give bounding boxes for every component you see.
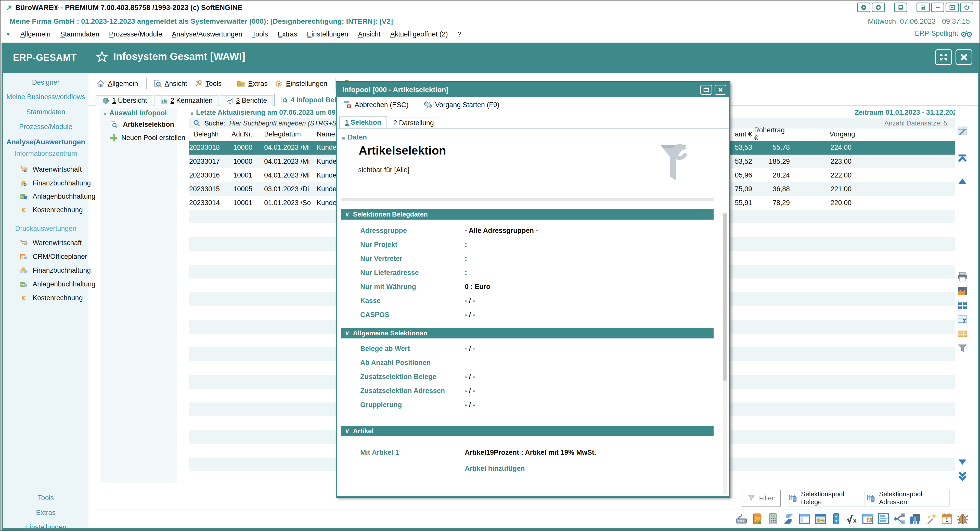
sidebar-item-einstellungen[interactable]: Einstellungen xyxy=(3,523,89,531)
menu-help[interactable]: ? xyxy=(458,30,461,38)
sidebar-item-anlagenbuchhaltung[interactable]: % Anlagenbuchhaltung xyxy=(19,192,95,201)
favorite-star-icon[interactable] xyxy=(95,50,108,64)
sidebar-item-kostenrechnung[interactable]: € Kostenrechnung xyxy=(19,206,83,214)
detail-table-icon[interactable] xyxy=(956,328,968,340)
list-window-icon[interactable] xyxy=(877,512,890,525)
sum-table-icon[interactable]: Σ xyxy=(956,314,968,325)
sidebar-item-designer[interactable]: Designer xyxy=(3,78,89,86)
dialog-tab-darstellung[interactable]: 2 Darstellung xyxy=(388,118,439,128)
sidebar-item-finanzbuchhaltung[interactable]: Finanzbuchhaltung xyxy=(19,179,91,187)
field-value[interactable]: - / - xyxy=(465,345,475,353)
field-value[interactable]: - / - xyxy=(465,373,475,381)
menu-ansicht[interactable]: Ansicht xyxy=(358,30,381,38)
dialog-close-button[interactable] xyxy=(714,85,726,95)
dialog-scrollbar[interactable] xyxy=(723,212,727,494)
toolbar-allgemein[interactable]: Allgemein xyxy=(96,79,138,88)
field-value[interactable]: : xyxy=(465,241,467,249)
sidebar-item-extras[interactable]: Extras xyxy=(3,509,89,517)
col-belegnr[interactable]: BelegNr. xyxy=(189,130,222,138)
sidebar-item-druck-kostenrechnung[interactable]: € Kostenrechnung xyxy=(19,293,83,302)
field-value[interactable]: - / - xyxy=(465,401,475,409)
run-button[interactable] xyxy=(857,3,870,12)
field-value[interactable]: : xyxy=(465,255,467,263)
tab-uebersicht[interactable]: 1 Übersicht xyxy=(96,96,153,105)
window-key-icon[interactable] xyxy=(814,512,827,525)
sidebar-item-crm-officeplaner[interactable]: 5 CRM/Officeplaner xyxy=(19,252,87,261)
magic-wand-icon[interactable] xyxy=(924,512,938,525)
shutdown-button[interactable] xyxy=(960,3,974,12)
tree-item-neuen-pool[interactable]: Neuen Pool erstellen xyxy=(110,134,185,142)
calendar-day-icon[interactable]: 1 xyxy=(940,512,953,525)
toolbar-einstellungen[interactable]: Einstellungen xyxy=(274,79,327,88)
erp-spotlight[interactable]: ERP-Spotlight xyxy=(915,30,972,37)
maximize-button[interactable] xyxy=(946,3,959,12)
dialog-restore-button[interactable] xyxy=(700,85,712,95)
tree-item-artikelselektion[interactable]: Artikelselektion xyxy=(110,120,177,129)
scroll-down-icon[interactable] xyxy=(956,456,968,468)
phone-sync-icon[interactable] xyxy=(830,512,843,525)
close-button[interactable] xyxy=(956,49,972,65)
lock-button[interactable] xyxy=(916,3,930,12)
tile-view-icon[interactable] xyxy=(956,300,968,311)
formula-icon[interactable]: x xyxy=(845,512,859,525)
fullscreen-button[interactable] xyxy=(935,49,952,65)
sidebar-item-druck-warenwirtschaft[interactable]: Warenwirtschaft xyxy=(19,238,82,247)
selektionspool-adressen-button[interactable]: Selektionspool Adressen xyxy=(866,490,950,507)
address-book-icon[interactable]: @ xyxy=(751,512,764,525)
search-placeholder[interactable]: Hier Suchbegriff eingeben (STRG+S) xyxy=(229,120,339,127)
menu-caret-icon[interactable]: ▼ xyxy=(6,31,11,37)
selektionspool-belege-button[interactable]: Selektionspool Belege xyxy=(788,490,865,507)
minimize-button[interactable] xyxy=(931,3,944,12)
scroll-up-icon[interactable] xyxy=(956,175,968,187)
keyboard-icon[interactable] xyxy=(735,512,748,525)
scroll-top-icon[interactable] xyxy=(956,153,968,164)
menu-tools[interactable]: Tools xyxy=(252,30,268,38)
menu-stammdaten[interactable]: Stammdaten xyxy=(60,30,99,38)
sidebar-item-druck-finanzbuchhaltung[interactable]: Finanzbuchhaltung xyxy=(19,266,91,275)
scroll-bottom-icon[interactable] xyxy=(956,470,968,482)
add-button[interactable] xyxy=(872,3,885,12)
menu-extras[interactable]: Extras xyxy=(278,30,297,38)
table-settings-icon[interactable] xyxy=(956,125,968,137)
tab-berichte[interactable]: 3 Berichte xyxy=(220,96,273,105)
share-nodes-icon[interactable] xyxy=(893,512,906,525)
toolbar-extras[interactable]: Extras xyxy=(236,79,268,88)
chart-image-icon[interactable] xyxy=(956,285,968,297)
data-columns-icon[interactable] xyxy=(908,512,922,525)
sidebar-item-tools[interactable]: Tools xyxy=(3,494,89,502)
filter-funnel-icon[interactable] xyxy=(956,342,968,354)
debug-bug-icon[interactable] xyxy=(956,512,969,525)
dialog-tab-selektion[interactable]: 1 Selektion xyxy=(339,116,387,128)
swap-arrows-icon[interactable] xyxy=(782,512,795,525)
field-value[interactable]: - / - xyxy=(465,311,475,319)
menu-einstellungen[interactable]: Einstellungen xyxy=(307,30,348,38)
sidebar-item-stammdaten[interactable]: Stammdaten xyxy=(3,108,89,116)
field-value[interactable]: - / - xyxy=(465,297,475,305)
section-selektionen-belegdaten[interactable]: ∨ Selektionen Belegdaten xyxy=(341,209,714,220)
toolbar-ansicht[interactable]: Ansicht xyxy=(153,79,188,88)
vorgang-starten-button[interactable]: Vorgang Starten (F9) xyxy=(423,100,500,109)
sidebar-item-prozesse-module[interactable]: Prozesse/Module xyxy=(3,123,89,131)
sidebar-item-druck-anlagenbuchhaltung[interactable]: % Anlagenbuchhaltung xyxy=(19,280,95,289)
col-adrnr[interactable]: Adr.Nr. xyxy=(222,130,252,138)
menu-analyse-auswertungen[interactable]: Analyse/Auswertungen xyxy=(172,30,242,38)
filter-button[interactable]: Filter: xyxy=(742,490,781,507)
field-value[interactable]: - Alle Adressgruppen - xyxy=(465,227,538,234)
field-value[interactable]: Artikel19Prozent : Artikel mit 19% MwSt. xyxy=(465,449,596,456)
field-value[interactable]: 0 : Euro xyxy=(465,283,490,291)
menu-allgemein[interactable]: Allgemein xyxy=(21,30,51,38)
sidebar-section-druckauswertungen[interactable]: Druckauswertungen xyxy=(3,225,89,233)
sidebar-section-informationszentrum[interactable]: Informationszentrum xyxy=(3,150,89,158)
artikel-hinzufuegen-link[interactable]: Artikel hinzufügen xyxy=(465,465,525,473)
tab-kennzahlen[interactable]: 2 Kennzahlen xyxy=(154,96,218,105)
dialog-titlebar[interactable]: Infopool [000 - Artikelselektion] xyxy=(337,83,729,97)
window-sidebar-icon[interactable] xyxy=(798,512,811,525)
field-value[interactable]: - / - xyxy=(465,387,475,395)
section-allgemeine-selektionen[interactable]: ∨ Allgemeine Selektionen xyxy=(341,328,714,338)
col-vorgang[interactable]: Vorgang xyxy=(790,130,859,138)
sidebar-item-businessworkflows[interactable]: Meine Businessworkflows xyxy=(3,93,89,101)
calculator-icon[interactable] xyxy=(766,512,780,525)
sidebar-item-analyse-auswertungen[interactable]: Analyse/Auswertungen xyxy=(3,138,89,146)
col-belegdatum[interactable]: Belegdatum xyxy=(252,130,317,138)
section-artikel[interactable]: ∨ Artikel xyxy=(341,426,714,436)
